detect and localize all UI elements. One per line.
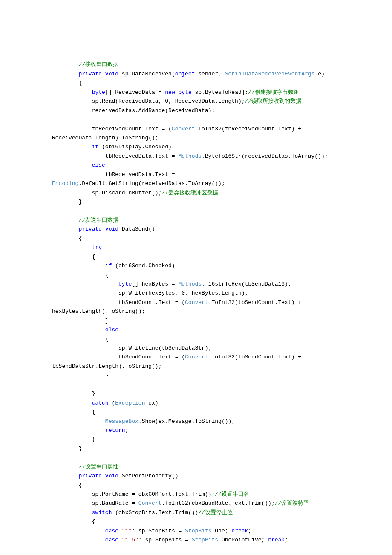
code-token: catch	[92, 400, 109, 406]
code-token: object	[175, 71, 195, 77]
code-token: case	[105, 537, 118, 543]
code-token: .ByteTo16Str(receivedDatas.ToArray());	[202, 153, 328, 159]
code-token: void	[105, 226, 118, 232]
code-token	[102, 226, 105, 232]
code-line: {	[52, 518, 95, 525]
code-token: Methods	[178, 281, 202, 287]
code-token: [] hexBytes =	[132, 281, 178, 287]
code-token: .ToInt32(tbReceivedCount.Text) +	[195, 126, 304, 132]
code-line: byte[] ReceivedData = new byte[sp.BytesT…	[52, 89, 299, 95]
code-token	[118, 528, 122, 534]
code-token: //设置停止位	[198, 509, 233, 516]
code-line: MessageBox.Show(ex.Message.ToString());	[52, 418, 235, 425]
code-token: }	[105, 318, 109, 324]
code-token: //读取所接收到的数据	[245, 98, 301, 104]
code-token: SetPortProperty()	[118, 473, 178, 479]
code-line: private void SetPortProperty()	[52, 473, 179, 479]
code-line: try	[52, 244, 102, 251]
code-block: //接收串口数据 private void sp_DataReceived(ob…	[52, 51, 354, 545]
code-token: (cb16Send.Checked)	[112, 263, 175, 269]
code-token: Convert	[138, 500, 162, 506]
code-token	[175, 89, 179, 95]
code-token: [] ReceivedData =	[105, 89, 165, 95]
code-token: break	[231, 528, 248, 534]
code-token: Convert	[185, 354, 208, 360]
code-token: "1"	[122, 528, 132, 534]
code-line: if (cb16Send.Checked)	[52, 263, 175, 269]
code-token: sp.Read(ReceivedData, 0, ReceivedData.Le…	[92, 98, 245, 104]
code-line	[52, 116, 92, 123]
code-token: sp.WriteLine(tbSendDataStr);	[118, 345, 211, 351]
code-token: void	[105, 473, 118, 479]
code-token: }	[78, 199, 82, 205]
code-token: {	[78, 482, 82, 489]
code-token	[118, 537, 122, 543]
code-line: hexBytes.Length).ToString();	[52, 308, 145, 315]
code-line: switch (cbxStopBits.Text.Trim())//设置停止位	[52, 509, 233, 516]
code-line: tbSendCount.Text = (Convert.ToInt32(tbSe…	[52, 354, 305, 360]
code-token: byte	[118, 281, 132, 287]
code-token: byte	[179, 89, 192, 95]
code-line: }	[52, 372, 109, 379]
code-token: ;	[248, 528, 251, 534]
code-token: ReceivedData.Length).ToString();	[52, 135, 159, 141]
code-token: {	[105, 336, 109, 342]
code-token: sp_DataReceived(	[118, 71, 175, 77]
code-line	[52, 52, 78, 59]
code-token	[102, 473, 105, 479]
code-line: {	[52, 272, 109, 278]
code-line: //发送串口数据	[52, 217, 118, 223]
code-token: DataSend()	[118, 226, 155, 232]
code-token: }	[105, 372, 109, 379]
code-line: sp.Write(hexBytes, 0, hexBytes.Length);	[52, 290, 248, 296]
code-token: : sp.StopBits =	[138, 537, 192, 543]
code-line: sp.BaudRate = Convert.ToInt32(cbxBaudRat…	[52, 500, 309, 506]
code-line: sp.PortName = cbxCOMPort.Text.Trim();//设…	[52, 491, 249, 497]
code-token: ;	[285, 537, 288, 543]
code-line: //接收串口数据	[52, 61, 118, 68]
code-line: Encoding.Default.GetString(receivedDatas…	[52, 180, 225, 187]
code-token: hexBytes.Length).ToString();	[52, 308, 145, 315]
code-token: return	[105, 427, 125, 434]
code-line	[52, 208, 78, 214]
code-token: sp.PortName = cbxCOMPort.Text.Trim();	[92, 491, 215, 497]
code-token: byte	[92, 89, 105, 95]
code-token: ._16strToHex(tbSendData16);	[202, 281, 291, 287]
code-token: tbSendCount.Text = (	[118, 299, 185, 306]
code-line: }	[52, 318, 109, 324]
code-token: {	[105, 272, 109, 278]
code-line: receivedDatas.AddRange(ReceivedData);	[52, 107, 215, 114]
code-token: tbSendDataStr.Length).ToString();	[52, 363, 161, 370]
code-token: .Default.GetString(receivedDatas.ToArray…	[78, 180, 225, 187]
code-token: private	[78, 473, 102, 479]
code-token: //设置波特率	[275, 500, 309, 506]
code-line: }	[52, 436, 95, 442]
code-line: tbReceivedData.Text = Methods.ByteTo16St…	[52, 153, 328, 159]
code-line: tbReceivedCount.Text = (Convert.ToInt32(…	[52, 126, 305, 132]
code-token: if	[92, 144, 99, 150]
code-token: MessageBox	[105, 418, 138, 425]
code-token: tbReceivedData.Text =	[105, 153, 179, 159]
code-line: tbReceivedData.Text =	[52, 171, 178, 178]
code-token: else	[105, 327, 118, 333]
code-line: byte[] hexBytes = Methods._16strToHex(tb…	[52, 281, 291, 287]
code-token: {	[92, 518, 95, 525]
code-token	[102, 71, 105, 77]
code-token: try	[92, 244, 102, 251]
code-line	[52, 454, 78, 461]
code-line: case "1.5": sp.StopBits = StopBits.OnePo…	[52, 537, 288, 543]
code-token: [sp.BytesToRead];	[192, 89, 248, 95]
code-token: Methods	[178, 153, 202, 159]
code-token: }	[78, 445, 82, 452]
code-token: {	[78, 80, 82, 86]
code-token: .One;	[212, 528, 232, 534]
code-token: Encoding	[52, 180, 78, 187]
code-token: ;	[125, 427, 129, 434]
code-line: }	[52, 199, 82, 205]
code-token: if	[105, 263, 112, 269]
code-line: {	[52, 80, 82, 86]
code-token: //接收串口数据	[78, 61, 118, 68]
code-token: receivedDatas.AddRange(ReceivedData);	[92, 107, 215, 114]
code-line: {	[52, 482, 82, 489]
code-line: }	[52, 445, 82, 452]
